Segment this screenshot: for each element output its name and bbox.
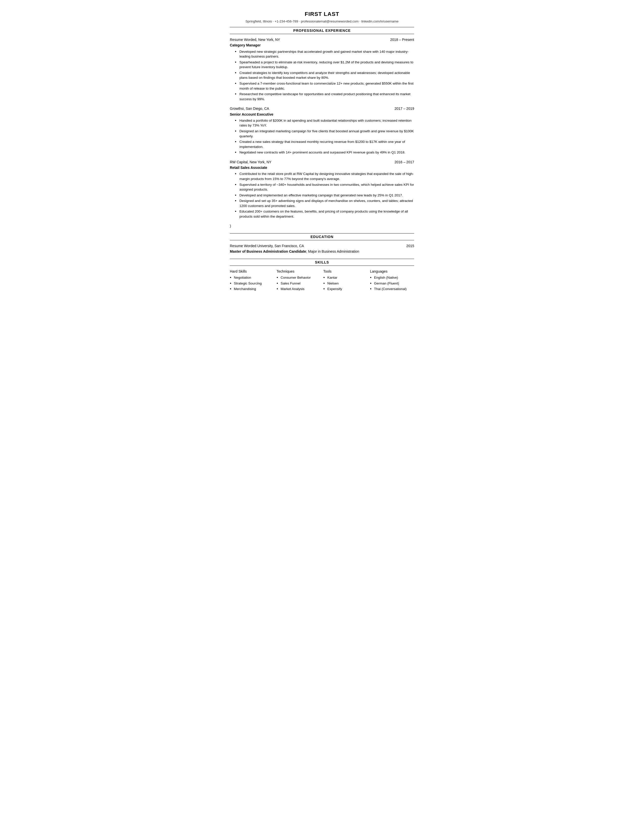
- job-1-bullet-4: Supervised a 7-member cross-functional t…: [235, 81, 414, 91]
- job-2: Growthsi, San Diego, CA 2017 – 2019 Seni…: [230, 106, 414, 155]
- skill-tool-3: Expensify: [323, 286, 367, 291]
- education-section: EDUCATION Resume Worded University, San …: [230, 233, 414, 254]
- skills-col-languages: Languages English (Native) German (Fluen…: [370, 269, 414, 292]
- skill-hard-1: Negotiation: [230, 275, 274, 280]
- experience-section: PROFESSIONAL EXPERIENCE Resume Worded, N…: [230, 27, 414, 229]
- skills-col-tools-title: Tools: [323, 269, 367, 274]
- skill-hard-2: Strategic Sourcing: [230, 281, 274, 286]
- job-2-bullet-4: Negotiated new contracts with 14+ promin…: [235, 150, 414, 155]
- skill-tech-2: Sales Funnel: [277, 281, 321, 286]
- skills-col-hard-list: Negotiation Strategic Sourcing Merchandi…: [230, 275, 274, 291]
- job-2-bullet-1: Handled a portfolio of $200K in ad spend…: [235, 118, 414, 128]
- edu-1-school-text: Resume Worded University, San Francisco,…: [230, 244, 304, 248]
- misc-character: ): [230, 224, 414, 228]
- job-3-bullet-1: Contributed to the retail store profit a…: [235, 171, 414, 181]
- job-1: Resume Worded, New York, NY 2018 – Prese…: [230, 37, 414, 101]
- job-1-bullet-2: Spearheaded a project to eliminate at-ri…: [235, 60, 414, 70]
- education-section-title: EDUCATION: [230, 233, 414, 240]
- skills-section-title: SKILLS: [230, 259, 414, 266]
- skills-col-tools: Tools Kantar Nielsen Expensify: [323, 269, 367, 292]
- skills-col-techniques-list: Consumer Behavior Sales Funnel Market An…: [277, 275, 321, 291]
- edu-1-school: Resume Worded University, San Francisco,…: [230, 243, 304, 248]
- job-1-title: Category Manager: [230, 43, 414, 48]
- job-2-title: Senior Account Executive: [230, 112, 414, 117]
- skill-hard-3: Merchandising: [230, 286, 274, 291]
- job-2-header: Growthsi, San Diego, CA 2017 – 2019: [230, 106, 414, 111]
- job-2-dates: 2017 – 2019: [394, 106, 414, 111]
- skills-section: SKILLS Hard Skills Negotiation Strategic…: [230, 259, 414, 292]
- edu-1-degree: Master of Business Administration Candid…: [230, 249, 414, 254]
- job-2-company: Growthsi, San Diego, CA: [230, 106, 269, 111]
- job-1-bullet-3: Created strategies to identify key compe…: [235, 71, 414, 80]
- job-3-bullet-4: Designed and set up 35+ advertising sign…: [235, 198, 414, 208]
- skills-col-hard-title: Hard Skills: [230, 269, 274, 274]
- skill-tool-1: Kantar: [323, 275, 367, 280]
- edu-1-header: Resume Worded University, San Francisco,…: [230, 243, 414, 248]
- skill-lang-1: English (Native): [370, 275, 414, 280]
- job-3-bullet-5: Educated 200+ customers on the features,…: [235, 209, 414, 219]
- skills-col-hard: Hard Skills Negotiation Strategic Sourci…: [230, 269, 274, 292]
- job-3-bullets: Contributed to the retail store profit a…: [230, 171, 414, 219]
- job-3-bullet-2: Supervised a territory of ~340+ househol…: [235, 182, 414, 192]
- edu-1-degree-bold: Master of Business Administration Candid…: [230, 249, 306, 253]
- edu-1-year: 2015: [406, 243, 414, 248]
- skills-col-techniques-title: Techniques: [277, 269, 321, 274]
- job-1-dates: 2018 – Present: [390, 37, 414, 42]
- skill-lang-2: German (Fluent): [370, 281, 414, 286]
- job-3-header: RW Capital, New York, NY 2016 – 2017: [230, 159, 414, 165]
- contact-info: Springfield, Illinois · +1-234-456-789 ·…: [230, 19, 414, 24]
- job-1-bullet-1: Developed new strategic partnerships tha…: [235, 49, 414, 59]
- job-1-bullet-5: Researched the competitive landscape for…: [235, 92, 414, 101]
- job-3-title: Retail Sales Associate: [230, 165, 414, 170]
- skills-col-techniques: Techniques Consumer Behavior Sales Funne…: [277, 269, 321, 292]
- skill-tool-2: Nielsen: [323, 281, 367, 286]
- skills-grid: Hard Skills Negotiation Strategic Sourci…: [230, 269, 414, 292]
- job-3: RW Capital, New York, NY 2016 – 2017 Ret…: [230, 159, 414, 219]
- skill-tech-1: Consumer Behavior: [277, 275, 321, 280]
- job-1-bullets: Developed new strategic partnerships tha…: [230, 49, 414, 102]
- job-3-bullet-3: Developed and implemented an effective m…: [235, 193, 414, 198]
- skills-col-languages-list: English (Native) German (Fluent) Thai (C…: [370, 275, 414, 291]
- job-2-bullet-2: Designed an integrated marketing campaig…: [235, 129, 414, 138]
- skills-col-languages-title: Languages: [370, 269, 414, 274]
- skills-col-tools-list: Kantar Nielsen Expensify: [323, 275, 367, 291]
- job-3-company: RW Capital, New York, NY: [230, 159, 272, 165]
- resume-header: FIRST LAST Springfield, Illinois · +1-23…: [230, 10, 414, 24]
- job-3-dates: 2016 – 2017: [394, 159, 414, 165]
- skill-lang-3: Thai (Conversational): [370, 286, 414, 291]
- candidate-name: FIRST LAST: [230, 10, 414, 18]
- skill-tech-3: Market Analysis: [277, 286, 321, 291]
- job-2-bullet-3: Created a new sales strategy that increa…: [235, 139, 414, 149]
- job-2-bullets: Handled a portfolio of $200K in ad spend…: [230, 118, 414, 155]
- job-1-company: Resume Worded, New York, NY: [230, 37, 280, 42]
- experience-section-title: PROFESSIONAL EXPERIENCE: [230, 27, 414, 34]
- job-1-header: Resume Worded, New York, NY 2018 – Prese…: [230, 37, 414, 42]
- edu-1-degree-normal: ; Major in Business Administration: [306, 249, 359, 253]
